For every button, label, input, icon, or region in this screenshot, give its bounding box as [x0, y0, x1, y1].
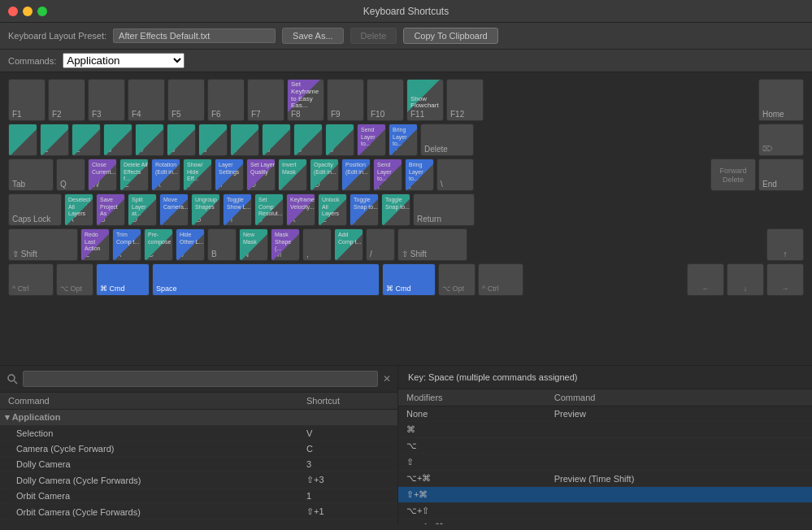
search-clear-button[interactable]: ✕: [383, 373, 391, 384]
key-f10[interactable]: F10: [367, 79, 404, 121]
key-s[interactable]: SaveProject As S: [96, 193, 125, 226]
search-input[interactable]: [23, 371, 378, 387]
key-f6[interactable]: F6: [207, 79, 245, 121]
modifier-row[interactable]: ⌥: [398, 438, 812, 454]
key-t[interactable]: Show/Hide Eff... T: [183, 159, 212, 191]
key-f[interactable]: MoveCamera... F: [159, 193, 189, 226]
key-return[interactable]: Return: [413, 193, 475, 226]
save-as-button[interactable]: Save As...: [282, 28, 344, 44]
key-v[interactable]: HideOther L... V: [176, 228, 205, 261]
key-tilde[interactable]: `: [8, 124, 37, 156]
table-row[interactable]: Orbit Camera1: [0, 489, 397, 504]
key-ctrl-r[interactable]: ^ Ctrl: [478, 263, 523, 296]
key-f1[interactable]: F1: [8, 79, 46, 121]
key-delete[interactable]: Delete: [420, 124, 474, 156]
key-l[interactable]: UnlockAll Layers L: [318, 193, 347, 226]
key-opt-r[interactable]: ⌥ Opt: [438, 263, 475, 296]
key-shift-l[interactable]: ⇧ Shift: [8, 228, 78, 261]
key-f9[interactable]: F9: [327, 79, 364, 121]
key-u[interactable]: Set LayerQuality U: [246, 159, 276, 191]
key-z[interactable]: Redo LastAction Z: [80, 228, 110, 261]
key-n[interactable]: NewMask N: [239, 228, 268, 261]
key-3[interactable]: 3: [103, 124, 132, 156]
commands-select[interactable]: Application: [63, 53, 185, 68]
modifier-row[interactable]: NonePreview: [398, 406, 812, 422]
key-1[interactable]: 1: [40, 124, 69, 156]
key-space[interactable]: Space: [152, 263, 380, 296]
table-row[interactable]: Pan Camera2: [0, 520, 397, 525]
key-period[interactable]: AddComp t... .: [334, 228, 363, 261]
key-m[interactable]: MaskShape (... M: [271, 228, 300, 261]
key-minus[interactable]: SendLayer to... -: [357, 124, 386, 156]
key-y[interactable]: LayerSettings Y: [215, 159, 244, 191]
key-f2[interactable]: F2: [48, 79, 85, 121]
key-e[interactable]: Delete AllEffects f... E: [119, 159, 149, 191]
key-slash[interactable]: /: [366, 228, 395, 261]
key-f3[interactable]: F3: [88, 79, 125, 121]
minimize-button[interactable]: [23, 7, 33, 16]
key-r[interactable]: Rotation(Edit in... R: [151, 159, 180, 191]
key-left[interactable]: ←: [687, 263, 724, 296]
copy-to-clipboard-button[interactable]: Copy To Clipboard: [403, 28, 497, 44]
key-cmd-l[interactable]: ⌘ Cmd: [96, 263, 150, 296]
table-row[interactable]: Orbit Camera (Cycle Forwards)⇧+1: [0, 504, 397, 520]
key-quote[interactable]: ToggleSnap to... ': [381, 193, 410, 226]
key-cmd-r[interactable]: ⌘ Cmd: [382, 263, 436, 296]
window-controls[interactable]: [8, 7, 47, 16]
key-comma[interactable]: ,: [302, 228, 332, 261]
key-semicolon[interactable]: ToggleSnap to... ;: [350, 193, 379, 226]
key-equals[interactable]: BringLayer to... =: [389, 124, 418, 156]
key-7[interactable]: 7: [230, 124, 259, 156]
key-f8[interactable]: Set Keyframeto Easy Eas... F8: [287, 79, 324, 121]
key-d[interactable]: SplitLayer at... D: [128, 193, 157, 226]
key-f7[interactable]: F7: [247, 79, 284, 121]
key-up[interactable]: ↑: [766, 228, 804, 261]
delete-button[interactable]: Delete: [350, 28, 397, 44]
key-i[interactable]: InvertMask I: [278, 159, 307, 191]
table-row[interactable]: Dolly Camera (Cycle Forwards)⇧+3: [0, 472, 397, 489]
modifier-row[interactable]: ⇧: [398, 454, 812, 471]
key-w[interactable]: CloseCurrent... W: [88, 159, 117, 191]
table-row[interactable]: Dolly Camera3: [0, 457, 397, 472]
maximize-button[interactable]: [37, 7, 47, 16]
modifier-row[interactable]: ⌥+⇧+⌘: [398, 519, 812, 525]
key-fwddel[interactable]: ⌦: [758, 124, 804, 156]
key-4[interactable]: 4: [135, 124, 164, 156]
preset-select[interactable]: After Effects Default.txt: [113, 28, 276, 43]
key-9[interactable]: 9: [293, 124, 323, 156]
key-x[interactable]: TrimComp t... X: [112, 228, 141, 261]
key-b[interactable]: B: [207, 228, 237, 261]
key-q[interactable]: Q: [56, 159, 85, 191]
key-home[interactable]: Home: [758, 79, 804, 121]
modifier-row[interactable]: ⇧+⌘: [398, 487, 812, 503]
table-row[interactable]: Camera (Cycle Forward)C: [0, 441, 397, 457]
key-g[interactable]: UngroupShapes G: [191, 193, 220, 226]
key-tab[interactable]: Tab: [8, 159, 54, 191]
key-5[interactable]: 5: [167, 124, 196, 156]
key-2[interactable]: 2: [72, 124, 101, 156]
key-6[interactable]: 6: [198, 124, 228, 156]
modifier-row[interactable]: ⌘: [398, 422, 812, 438]
key-fwddel2[interactable]: Forward Delete: [710, 159, 756, 191]
key-f4[interactable]: F4: [128, 79, 165, 121]
key-a[interactable]: DeselectAll Layers A: [64, 193, 93, 226]
key-backslash[interactable]: \: [436, 159, 474, 191]
key-j[interactable]: Set CompResolut... J: [254, 193, 284, 226]
key-f5[interactable]: F5: [167, 79, 205, 121]
key-end[interactable]: End: [758, 159, 804, 191]
key-rbracket[interactable]: BringLayer to... ]: [405, 159, 434, 191]
key-shift-r[interactable]: ⇧ Shift: [397, 228, 467, 261]
key-down[interactable]: ↓: [727, 263, 764, 296]
key-8[interactable]: 8: [262, 124, 291, 156]
table-row[interactable]: SelectionV: [0, 426, 397, 441]
key-0[interactable]: 0: [325, 124, 354, 156]
key-o[interactable]: Opacity(Edit in... O: [310, 159, 339, 191]
key-h[interactable]: ToggleShow L... H: [223, 193, 252, 226]
key-caps[interactable]: Caps Lock: [8, 193, 62, 226]
key-ctrl-l[interactable]: ^ Ctrl: [8, 263, 54, 296]
key-p[interactable]: Position(Edit in... P: [341, 159, 371, 191]
key-lbracket[interactable]: SendLayer to... [: [373, 159, 402, 191]
key-k[interactable]: KeyframeVelocity... K: [286, 193, 315, 226]
key-f12[interactable]: F12: [446, 79, 484, 121]
modifier-row[interactable]: ⌥+⌘Preview (Time Shift): [398, 471, 812, 487]
